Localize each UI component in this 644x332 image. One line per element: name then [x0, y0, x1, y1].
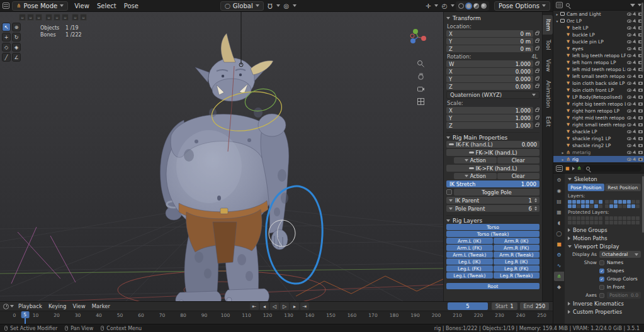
protected-layer-toggle[interactable] [636, 221, 640, 224]
scale-field-x[interactable]: X1.000 [446, 107, 533, 114]
protected-layer-toggle[interactable] [605, 221, 609, 224]
properties-tab-world[interactable]: ◯ [554, 229, 564, 238]
hide-eye-icon[interactable] [627, 123, 631, 126]
camera-view-icon[interactable] [417, 85, 425, 93]
protected-layer-toggle[interactable] [636, 216, 640, 220]
armature-layer-toggle[interactable] [581, 200, 585, 204]
armature-layer-toggle[interactable] [636, 200, 640, 204]
chevron-down-icon[interactable] [10, 305, 14, 307]
protected-layer-toggle[interactable] [585, 221, 589, 224]
object-breadcrumb-icon[interactable]: ■ [565, 166, 570, 171]
outliner-item-cam-and-light[interactable]: ▸Cam and Light [553, 11, 644, 18]
armature-layer-toggle[interactable] [572, 200, 576, 204]
outliner-item-buckle-pin-lp[interactable]: ▼buckle pin LP [553, 38, 644, 45]
header-toggle-icon[interactable]: ▫ [27, 14, 34, 21]
render-visibility-icon[interactable] [638, 130, 643, 133]
timeline-menu-view[interactable]: View [70, 303, 89, 309]
timeline-menu-marker[interactable]: Marker [89, 303, 113, 309]
selectable-icon[interactable] [633, 143, 638, 148]
armature-layer-toggle[interactable] [585, 200, 589, 204]
transform-panel-header[interactable]: Transform [446, 14, 539, 22]
armature-layer-toggle[interactable] [572, 204, 576, 208]
armature-layer-toggle[interactable] [614, 204, 618, 208]
clear-button[interactable]: Clear [497, 173, 540, 179]
rig-layer-leg-r-tweak[interactable]: Leg.R (Tweak) [494, 272, 540, 279]
outliner-item-right-mid-teeth-retopo-lp[interactable]: ▼right mid teeth retopo LP [553, 114, 644, 121]
protected-layer-toggle[interactable] [623, 221, 626, 224]
custom-properties-panel-header[interactable]: Custom Properties [568, 307, 641, 316]
properties-search-input[interactable] [584, 165, 641, 172]
menu-view[interactable]: View [71, 3, 93, 9]
selectable-icon[interactable] [633, 26, 638, 31]
rig-layer-leg-l-ik[interactable]: Leg.L (IK) [446, 258, 493, 265]
render-visibility-icon[interactable] [638, 144, 643, 147]
rig-layer-arm-l-fk[interactable]: Arm.L (FK) [446, 245, 493, 251]
transform-orientation-dropdown[interactable]: ◯ Global [220, 1, 264, 11]
properties-tab-view-layer[interactable]: ▦ [554, 208, 564, 217]
selectable-icon[interactable] [633, 19, 638, 24]
selectable-icon[interactable] [633, 40, 638, 45]
viewport-display-panel-header[interactable]: Viewport Display [568, 242, 641, 250]
playhead-marker[interactable]: 5 [21, 311, 29, 318]
armature-layer-toggle[interactable] [605, 204, 609, 208]
selectable-icon[interactable] [633, 81, 638, 86]
header-toggle-icon[interactable]: ▫ [72, 14, 79, 21]
hide-eye-icon[interactable] [627, 137, 631, 140]
protected-layer-toggle[interactable] [594, 221, 598, 224]
lock-icon[interactable] [535, 70, 539, 73]
shapes-checkbox[interactable]: ✓ [599, 268, 604, 274]
editor-type-icon[interactable] [556, 165, 563, 172]
zoom-icon[interactable] [417, 60, 425, 68]
scale-field-y[interactable]: Y1.000 [446, 114, 533, 121]
names-checkbox[interactable] [599, 260, 604, 265]
axes-checkbox[interactable] [599, 293, 604, 298]
rest-position-button[interactable]: Rest Position [605, 184, 641, 191]
selectable-icon[interactable] [633, 88, 638, 93]
protected-layer-toggle[interactable] [631, 216, 635, 220]
properties-tab-bone[interactable]: ◆ [554, 282, 564, 292]
armature-layer-toggle[interactable] [627, 200, 631, 204]
properties-tab-scene[interactable]: ◖ [554, 218, 564, 228]
outliner-item-right-small-teeth-retopo-lp[interactable]: ▼right small teeth retopo LP [553, 121, 644, 128]
sidebar-tab-animation[interactable]: Animation [543, 77, 553, 111]
armature-layer-toggle[interactable] [599, 200, 602, 204]
armature-layer-toggle[interactable] [623, 204, 626, 208]
bone-groups-panel-header[interactable]: Bone Groups [568, 226, 641, 234]
menu-select[interactable]: Select [93, 3, 120, 9]
selectable-icon[interactable] [633, 67, 638, 72]
outliner-item-metarig[interactable]: ▸⋔metarig [553, 149, 644, 156]
tool-annotate[interactable]: ╱ [2, 53, 11, 62]
render-visibility-icon[interactable] [638, 109, 643, 113]
protected-layer-toggle[interactable] [590, 216, 594, 220]
tool-cursor[interactable]: ⊕ [12, 23, 21, 31]
protected-layer-toggle[interactable] [614, 221, 618, 224]
armature-layer-toggle[interactable] [609, 200, 613, 204]
timeline-menu-playback[interactable]: Playback [15, 303, 45, 309]
location-field-y[interactable]: Y0 m [446, 38, 533, 45]
protected-layer-toggle[interactable] [577, 221, 580, 224]
pan-hand-icon[interactable] [417, 72, 425, 80]
protected-layer-toggle[interactable] [618, 221, 622, 224]
properties-tab-tool[interactable]: ⚙ [554, 175, 564, 185]
armature-layer-toggle[interactable] [594, 200, 598, 204]
motion-paths-panel-header[interactable]: Motion Paths [568, 234, 641, 242]
sidebar-tab-view[interactable]: View [543, 55, 553, 75]
expand-icon[interactable]: ▸ [560, 157, 565, 162]
editor-type-icon[interactable] [556, 2, 563, 8]
protected-layer-toggle[interactable] [581, 221, 585, 224]
render-visibility-icon[interactable] [638, 89, 643, 92]
play-button[interactable]: ▷ [280, 302, 289, 310]
lock-icon[interactable] [535, 47, 539, 50]
hide-eye-icon[interactable] [627, 68, 631, 71]
rig-layer-arm-l-tweak[interactable]: Arm.L (Tweak) [446, 252, 493, 258]
armature-layer-toggle[interactable] [631, 200, 635, 204]
shading-wireframe-icon[interactable] [458, 3, 464, 9]
selectable-icon[interactable] [633, 60, 638, 65]
action-button[interactable]: Action [454, 173, 497, 179]
protected-layer-toggle[interactable] [594, 216, 598, 220]
hide-eye-icon[interactable] [627, 96, 631, 99]
hide-eye-icon[interactable] [627, 130, 631, 133]
armature-layer-toggle[interactable] [568, 204, 572, 208]
armature-layer-toggle[interactable] [618, 204, 622, 208]
selectable-icon[interactable] [633, 33, 638, 38]
